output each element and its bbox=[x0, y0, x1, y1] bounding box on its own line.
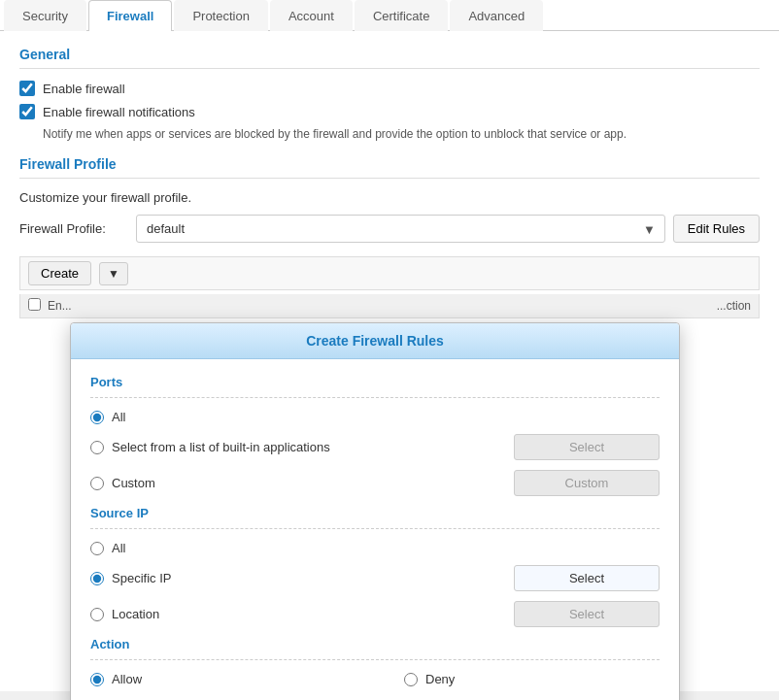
source-ip-location-radio[interactable] bbox=[90, 608, 104, 621]
table-enabled-col: En... bbox=[48, 299, 693, 313]
modal-body: Ports All Select from a list of built-in… bbox=[71, 359, 679, 700]
action-section-title: Action bbox=[90, 637, 660, 651]
source-ip-location-label: Location bbox=[112, 607, 514, 621]
ports-custom-label: Custom bbox=[112, 476, 514, 490]
enable-firewall-label: Enable firewall bbox=[43, 82, 125, 96]
firewall-profile-section: Firewall Profile Customize your firewall… bbox=[19, 156, 760, 243]
select-all-checkbox[interactable] bbox=[28, 298, 41, 311]
profile-row: Firewall Profile: default strict off ▼ E… bbox=[19, 215, 760, 243]
ports-section-title: Ports bbox=[90, 375, 660, 389]
ports-custom-radio[interactable] bbox=[90, 477, 104, 490]
rules-table-header: En... ...ction bbox=[19, 294, 760, 318]
tab-firewall[interactable]: Firewall bbox=[88, 0, 172, 31]
firewall-profile-title: Firewall Profile bbox=[19, 156, 760, 172]
enable-notifications-label: Enable firewall notifications bbox=[43, 105, 195, 119]
enable-firewall-row: Enable firewall bbox=[19, 81, 760, 96]
ports-all-row: All bbox=[90, 410, 660, 424]
enable-notifications-row: Enable firewall notifications bbox=[19, 104, 760, 119]
profile-description: Customize your firewall profile. bbox=[19, 190, 760, 205]
ports-custom-row: Custom Custom bbox=[90, 470, 660, 496]
source-ip-specific-radio[interactable] bbox=[90, 572, 104, 585]
general-title: General bbox=[19, 47, 760, 62]
ports-all-label: All bbox=[112, 410, 660, 424]
profile-select-wrapper: default strict off ▼ bbox=[136, 215, 665, 243]
rules-toolbar: Create ▼ bbox=[19, 256, 760, 290]
ports-select-button[interactable]: Select bbox=[514, 434, 660, 460]
action-row: Allow Deny bbox=[90, 672, 660, 686]
tab-advanced[interactable]: Advanced bbox=[450, 0, 543, 31]
ports-builtin-radio[interactable] bbox=[90, 441, 104, 454]
create-firewall-rules-modal: Create Firewall Rules Ports All Select f… bbox=[70, 322, 680, 700]
tab-protection[interactable]: Protection bbox=[174, 0, 268, 31]
modal-header: Create Firewall Rules bbox=[71, 323, 679, 359]
enable-firewall-checkbox[interactable] bbox=[19, 81, 35, 96]
source-ip-section-title: Source IP bbox=[90, 506, 660, 520]
dropdown-arrow-icon[interactable]: ▼ bbox=[99, 262, 128, 285]
profile-label: Firewall Profile: bbox=[19, 221, 136, 236]
source-ip-all-radio[interactable] bbox=[90, 542, 104, 555]
table-checkbox-col bbox=[28, 298, 48, 314]
enable-notifications-checkbox[interactable] bbox=[19, 104, 35, 119]
source-ip-specific-button[interactable]: Select bbox=[514, 565, 660, 591]
action-deny-label: Deny bbox=[425, 672, 660, 686]
tab-bar: Security Firewall Protection Account Cer… bbox=[0, 0, 779, 31]
ports-all-radio[interactable] bbox=[90, 411, 104, 424]
action-allow-radio[interactable] bbox=[90, 673, 104, 686]
notify-description: Notify me when apps or services are bloc… bbox=[43, 127, 760, 141]
create-rule-button[interactable]: Create bbox=[28, 261, 91, 285]
edit-rules-button[interactable]: Edit Rules bbox=[673, 215, 760, 243]
source-ip-location-row: Location Select bbox=[90, 601, 660, 627]
action-allow-label: Allow bbox=[112, 672, 346, 686]
action-deny-radio[interactable] bbox=[404, 673, 418, 686]
main-content: General Enable firewall Enable firewall … bbox=[0, 31, 779, 691]
general-section: General Enable firewall Enable firewall … bbox=[19, 47, 760, 141]
tab-account[interactable]: Account bbox=[270, 0, 353, 31]
source-ip-all-row: All bbox=[90, 541, 660, 555]
source-ip-specific-label: Specific IP bbox=[112, 571, 514, 585]
ports-builtin-label: Select from a list of built-in applicati… bbox=[112, 440, 514, 454]
source-ip-all-label: All bbox=[112, 541, 660, 555]
source-ip-specific-row: Specific IP Select bbox=[90, 565, 660, 591]
profile-select[interactable]: default strict off bbox=[136, 215, 665, 243]
table-action-col: ...ction bbox=[693, 299, 751, 313]
ports-builtin-row: Select from a list of built-in applicati… bbox=[90, 434, 660, 460]
source-ip-location-button[interactable]: Select bbox=[514, 601, 660, 627]
tab-security[interactable]: Security bbox=[4, 0, 86, 31]
tab-certificate[interactable]: Certificate bbox=[355, 0, 449, 31]
ports-custom-button[interactable]: Custom bbox=[514, 470, 660, 496]
